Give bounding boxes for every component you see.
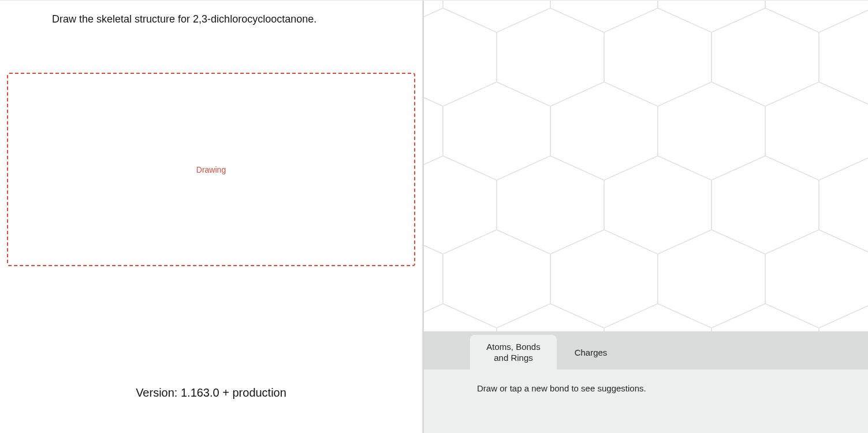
drawing-canvas[interactable] (424, 1, 868, 331)
svg-marker-12 (711, 8, 819, 106)
svg-marker-14 (424, 82, 443, 180)
svg-marker-13 (819, 8, 868, 106)
tab-label: Atoms, Bonds and Rings (482, 342, 545, 364)
question-prompt: Draw the skeletal structure for 2,3-dich… (52, 12, 415, 27)
svg-marker-27 (550, 230, 658, 328)
svg-marker-28 (658, 230, 765, 328)
svg-marker-22 (604, 156, 711, 254)
editor-pane: Atoms, Bonds and Rings Charges Draw or t… (423, 1, 868, 433)
svg-marker-17 (658, 82, 765, 180)
svg-marker-6 (658, 1, 765, 32)
svg-marker-16 (550, 82, 658, 180)
page-root: Draw the skeletal structure for 2,3-dich… (0, 0, 868, 433)
tab-label: Charges (575, 348, 608, 359)
svg-marker-11 (604, 8, 711, 106)
tool-panel: Atoms, Bonds and Rings Charges Draw or t… (424, 331, 868, 433)
svg-marker-26 (443, 230, 550, 328)
svg-marker-31 (424, 304, 497, 331)
svg-marker-35 (819, 304, 868, 331)
svg-marker-29 (765, 230, 868, 328)
svg-marker-20 (424, 156, 497, 254)
tool-tabs: Atoms, Bonds and Rings Charges (424, 331, 868, 369)
tool-hint: Draw or tap a new bond to see suggestion… (424, 369, 868, 393)
drawing-dropzone[interactable]: Drawing (7, 73, 415, 266)
svg-marker-9 (424, 8, 497, 106)
svg-marker-7 (765, 1, 868, 32)
question-pane: Draw the skeletal structure for 2,3-dich… (0, 1, 423, 433)
svg-marker-18 (765, 82, 868, 180)
svg-marker-10 (497, 8, 604, 106)
svg-marker-32 (497, 304, 604, 331)
svg-marker-4 (443, 1, 550, 32)
tab-atoms-bonds-rings[interactable]: Atoms, Bonds and Rings (470, 335, 557, 369)
drawing-dropzone-label: Drawing (196, 165, 226, 174)
svg-marker-21 (497, 156, 604, 254)
svg-marker-34 (711, 304, 819, 331)
hexagon-grid-icon (424, 1, 868, 331)
svg-marker-3 (424, 1, 443, 32)
tab-charges[interactable]: Charges (557, 331, 625, 369)
svg-marker-23 (711, 156, 819, 254)
svg-marker-15 (443, 82, 550, 180)
svg-marker-33 (604, 304, 711, 331)
svg-marker-24 (819, 156, 868, 254)
svg-marker-25 (424, 230, 443, 328)
version-text: Version: 1.163.0 + production (0, 386, 422, 400)
svg-marker-5 (550, 1, 658, 32)
